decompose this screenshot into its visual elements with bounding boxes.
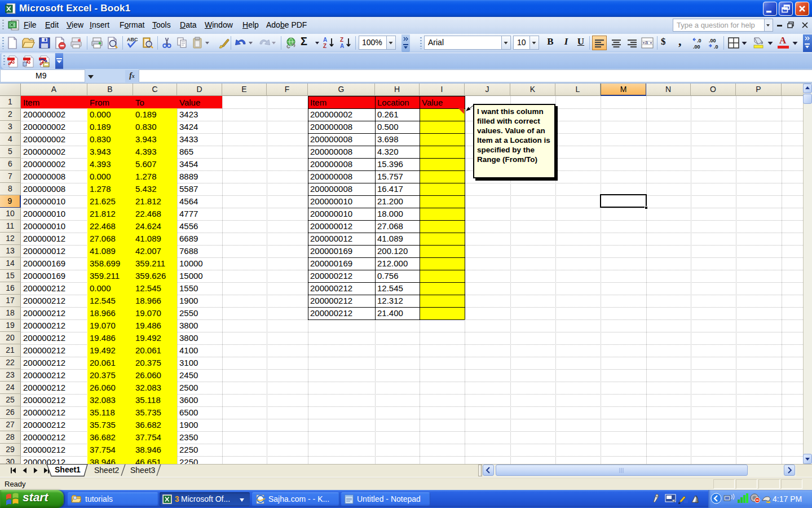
svg-text:.00: .00 (709, 38, 716, 43)
svg-text:Z: Z (323, 43, 326, 49)
svg-text:.0: .0 (714, 44, 718, 50)
svg-text:A: A (340, 43, 344, 49)
svg-text:ABC: ABC (127, 37, 138, 42)
svg-text:A: A (323, 37, 327, 43)
svg-text:.0: .0 (697, 38, 701, 43)
svg-text:a: a (645, 40, 648, 45)
svg-text:.00: .00 (693, 44, 700, 50)
svg-text:Z: Z (340, 37, 343, 43)
